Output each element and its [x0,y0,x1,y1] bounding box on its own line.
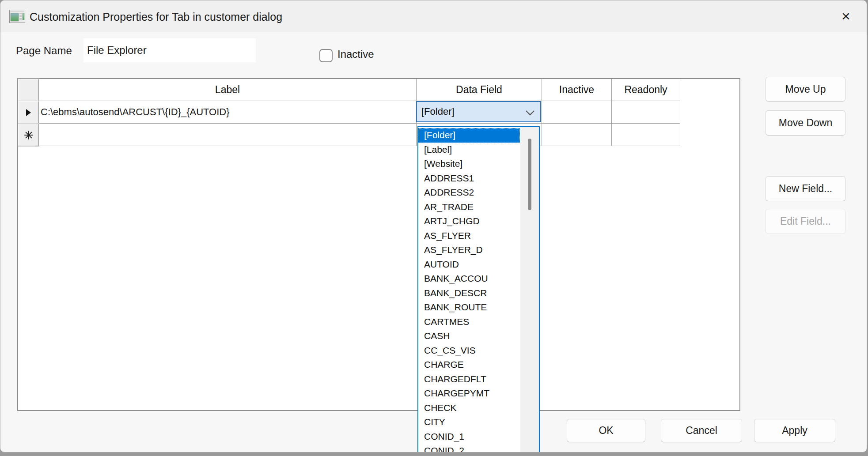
grid-cell-label-row1[interactable]: C:\ebms\autosend\ARCUST\{ID}_{AUTOID} [39,101,417,124]
grid-cell-label-row2[interactable] [39,124,417,146]
dropdown-item[interactable]: ADDRESS2 [418,185,520,200]
row-selector-new[interactable] [18,124,39,146]
move-up-button[interactable]: Move Up [766,77,845,102]
dropdown-item[interactable]: ADDRESS1 [418,171,520,186]
window-title: Customization Properties for Tab in cust… [30,0,282,32]
dropdown-item[interactable]: CHECK [418,401,520,415]
grid-corner-header[interactable] [18,79,39,101]
dialog-window: Customization Properties for Tab in cust… [0,0,867,452]
dropdown-item[interactable]: CITY [418,415,520,430]
close-button[interactable]: × [835,6,857,27]
grid-cell-readonly-row1[interactable] [612,101,680,124]
dropdown-item[interactable]: AS_FLYER [418,229,520,243]
grid-cell-inactive-row2[interactable] [542,124,612,146]
dropdown-item[interactable]: CHARGEPYMT [418,386,520,401]
dropdown-scrollbar[interactable] [520,127,539,452]
dropdown-item[interactable]: BANK_ROUTE [418,300,520,315]
dropdown-item[interactable]: AS_FLYER_D [418,243,520,257]
dropdown-item[interactable]: BANK_DESCR [418,286,520,301]
dropdown-scrollbar-thumb[interactable] [528,139,531,210]
new-row-asterisk-icon [24,131,33,139]
data-field-dropdown-list: [Folder] [Label] [Website] ADDRESS1 ADDR… [417,126,540,452]
dropdown-item[interactable]: AR_TRADE [418,200,520,215]
dropdown-item[interactable]: CHARGE [418,358,520,372]
new-field-button[interactable]: New Field... [766,176,845,201]
dropdown-item[interactable]: CC_CS_VIS [418,343,520,358]
dropdown-item[interactable]: CASH [418,329,520,343]
current-row-arrow-icon [26,109,31,117]
edit-field-button: Edit Field... [766,209,845,234]
dropdown-item[interactable]: CARTMES [418,315,520,329]
dropdown-item[interactable]: CHARGEDFLT [418,372,520,387]
dropdown-item[interactable]: ARTJ_CHGD [418,214,520,229]
page-name-input[interactable] [83,38,256,62]
row-selector-current[interactable] [18,101,39,124]
dropdown-item[interactable]: BANK_ACCOU [418,271,520,286]
dropdown-item[interactable]: [Website] [418,157,520,171]
column-header-inactive[interactable]: Inactive [542,79,612,101]
cancel-button[interactable]: Cancel [661,419,742,442]
dropdown-item[interactable]: [Label] [418,143,520,157]
titlebar: Customization Properties for Tab in cust… [0,0,867,32]
dropdown-item[interactable]: CONID_1 [418,430,520,444]
inactive-checkbox[interactable] [319,49,333,62]
dropdown-item[interactable]: CONID_2 [418,444,520,452]
combobox-value: [Folder] [421,106,455,117]
move-down-button[interactable]: Move Down [766,110,845,136]
dropdown-item[interactable]: AUTOID [418,257,520,272]
dropdown-item[interactable]: [Folder] [418,128,520,143]
column-header-label[interactable]: Label [39,79,417,101]
ok-button[interactable]: OK [567,419,645,442]
grid-cell-inactive-row1[interactable] [542,101,612,124]
page-name-label: Page Name [16,45,72,57]
form-properties-icon [9,10,25,23]
inactive-checkbox-label: Inactive [337,48,374,60]
chevron-down-icon [525,110,535,116]
apply-button[interactable]: Apply [754,419,835,442]
grid-cell-readonly-row2[interactable] [612,124,680,146]
fields-grid: Label Data Field Inactive Readonly C:\eb… [17,78,740,411]
data-field-combobox[interactable]: [Folder] [416,101,541,122]
column-header-data-field[interactable]: Data Field [417,79,542,101]
column-header-readonly[interactable]: Readonly [612,79,680,101]
